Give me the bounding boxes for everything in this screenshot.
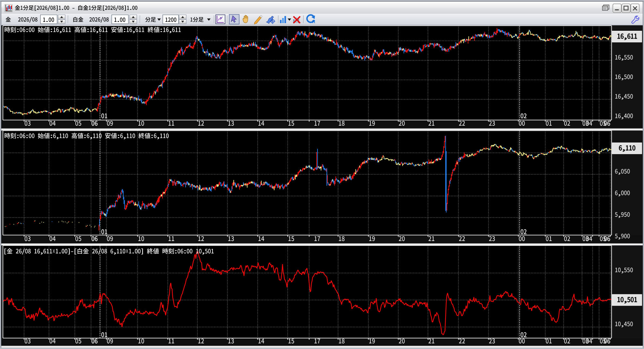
svg-text:R: R bbox=[312, 19, 315, 24]
